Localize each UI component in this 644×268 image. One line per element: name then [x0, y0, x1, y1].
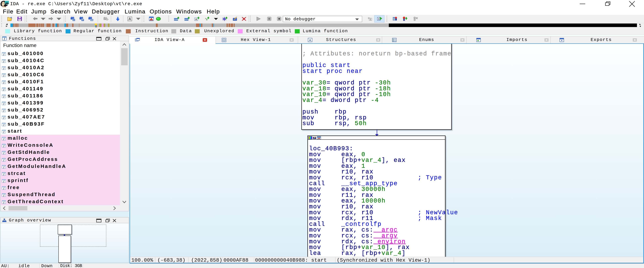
svg-text:A: A: [128, 17, 131, 21]
svg-text:#: #: [73, 19, 74, 21]
svg-text:T: T: [82, 19, 84, 21]
svg-text:101: 101: [90, 19, 93, 21]
svg-text:A: A: [309, 39, 311, 42]
